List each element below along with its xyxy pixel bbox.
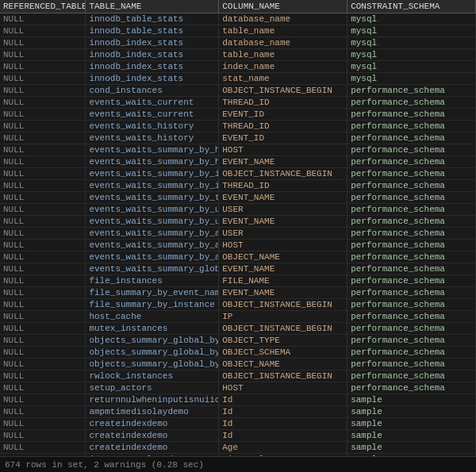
cell-ref: NULL xyxy=(0,204,86,216)
cell-schema: mysql xyxy=(347,61,476,73)
cell-schema: performance_schema xyxy=(347,359,476,370)
cell-schema: performance_schema xyxy=(347,156,476,168)
cell-table: events_waits_summary_by_account_by_event… xyxy=(86,228,219,240)
cell-table: createindexdemo xyxy=(86,430,219,442)
table-header: REFERENCED_TABLE_NAME TABLE_NAME COLUMN_… xyxy=(0,0,476,13)
cell-schema: performance_schema xyxy=(347,382,476,394)
table-row: NULLinnodb_table_statstable_namemysql xyxy=(0,25,476,37)
cell-column: Id xyxy=(219,430,347,442)
table-row: NULLcreateindexdemoIdsample xyxy=(0,418,476,430)
results-table-container[interactable]: REFERENCED_TABLE_NAME TABLE_NAME COLUMN_… xyxy=(0,0,476,456)
table-row: NULLfile_summary_by_instanceOBJECT_INSTA… xyxy=(0,299,476,311)
cell-column: HOST xyxy=(219,144,347,156)
cell-schema: performance_schema xyxy=(347,121,476,132)
cell-table: host_cache xyxy=(86,311,219,323)
cell-table: ampmtimedisolaydemo xyxy=(86,406,219,418)
cell-schema: performance_schema xyxy=(347,370,476,382)
cell-ref: NULL xyxy=(0,121,86,132)
cell-schema: performance_schema xyxy=(347,97,476,109)
table-row: NULLfile_summary_by_event_nameEVENT_NAME… xyxy=(0,287,476,299)
cell-schema: performance_schema xyxy=(347,180,476,192)
cell-ref: NULL xyxy=(0,263,86,275)
cell-schema: performance_schema xyxy=(347,204,476,216)
cell-schema: performance_schema xyxy=(347,109,476,121)
table-row: NULLevents_waits_summary_by_account_by_e… xyxy=(0,251,476,263)
cell-schema: performance_schema xyxy=(347,299,476,311)
table-row: NULLevents_waits_summary_by_instanceTHRE… xyxy=(0,180,476,192)
cell-schema: performance_schema xyxy=(347,168,476,180)
cell-table: rwlock_instances xyxy=(86,370,219,382)
cell-schema: performance_schema xyxy=(347,335,476,347)
cell-schema: performance_schema xyxy=(347,240,476,251)
cell-ref: NULL xyxy=(0,37,86,49)
cell-ref: NULL xyxy=(0,311,86,323)
cell-table: objects_summary_global_by_type xyxy=(86,335,219,347)
cell-column: HOST xyxy=(219,240,347,251)
cell-ref: NULL xyxy=(0,335,86,347)
cell-column: FILE_NAME xyxy=(219,275,347,287)
cell-ref: NULL xyxy=(0,418,86,430)
table-row: NULLobjects_summary_global_by_typeOBJECT… xyxy=(0,347,476,359)
cell-table: file_instances xyxy=(86,275,219,287)
table-row: NULLsetup_actorsHOSTperformance_schema xyxy=(0,382,476,394)
cell-table: events_waits_current xyxy=(86,97,219,109)
cell-ref: NULL xyxy=(0,13,86,25)
cell-table: events_waits_history xyxy=(86,121,219,132)
table-row: NULLcreateindexdemoIdsample xyxy=(0,430,476,442)
table-row: NULLinnodb_index_statsstat_namemysql xyxy=(0,73,476,85)
cell-schema: sample xyxy=(347,442,476,454)
cell-ref: NULL xyxy=(0,61,86,73)
cell-table: innodb_table_stats xyxy=(86,25,219,37)
cell-schema: sample xyxy=(347,394,476,406)
cell-schema: mysql xyxy=(347,25,476,37)
cell-column: index_name xyxy=(219,61,347,73)
cell-table: events_waits_summary_global_by_event_nam… xyxy=(86,263,219,275)
cell-ref: NULL xyxy=(0,49,86,61)
cell-ref: NULL xyxy=(0,382,86,394)
cell-column: EVENT_ID xyxy=(219,132,347,144)
cell-table: events_waits_history xyxy=(86,132,219,144)
cell-schema: mysql xyxy=(347,13,476,25)
table-row: NULLevents_waits_summary_by_instanceOBJE… xyxy=(0,168,476,180)
table-row: NULLevents_waits_summary_by_thread_by_ev… xyxy=(0,192,476,204)
cell-schema: performance_schema xyxy=(347,228,476,240)
cell-table: events_waits_summary_by_user_by_event_na… xyxy=(86,204,219,216)
cell-table: events_waits_summary_by_host_by_event_na… xyxy=(86,156,219,168)
cell-table: events_waits_summary_by_thread_by_event_… xyxy=(86,192,219,204)
table-row: NULLampmtimedisolaydemoIdsample xyxy=(0,406,476,418)
cell-column: OBJECT_INSTANCE_BEGIN xyxy=(219,85,347,97)
cell-table: events_waits_summary_by_instance xyxy=(86,180,219,192)
cell-column: EVENT_ID xyxy=(219,109,347,121)
cell-column: stat_name xyxy=(219,73,347,85)
cell-table: objects_summary_global_by_type xyxy=(86,347,219,359)
cell-table: innodb_index_stats xyxy=(86,37,219,49)
cell-schema: performance_schema xyxy=(347,144,476,156)
cell-column: OBJECT_INSTANCE_BEGIN xyxy=(219,370,347,382)
table-row: NULLinnodb_index_statsdatabase_namemysql xyxy=(0,37,476,49)
cell-schema: sample xyxy=(347,418,476,430)
cell-schema: performance_schema xyxy=(347,85,476,97)
cell-column: OBJECT_NAME xyxy=(219,359,347,370)
cell-schema: performance_schema xyxy=(347,287,476,299)
results-table: REFERENCED_TABLE_NAME TABLE_NAME COLUMN_… xyxy=(0,0,476,456)
cell-column: THREAD_ID xyxy=(219,180,347,192)
table-row: NULLevents_waits_summary_by_account_by_e… xyxy=(0,240,476,251)
cell-ref: NULL xyxy=(0,275,86,287)
cell-ref: NULL xyxy=(0,216,86,228)
cell-ref: NULL xyxy=(0,394,86,406)
cell-column: OBJECT_NAME xyxy=(219,251,347,263)
cell-ref: NULL xyxy=(0,228,86,240)
table-row: NULLevents_waits_summary_by_user_by_even… xyxy=(0,204,476,216)
cell-table: mutex_instances xyxy=(86,323,219,335)
cell-table: events_waits_summary_by_account_by_event… xyxy=(86,251,219,263)
cell-column: EVENT_NAME xyxy=(219,156,347,168)
table-row: NULLevents_waits_summary_by_host_by_even… xyxy=(0,156,476,168)
header-row: REFERENCED_TABLE_NAME TABLE_NAME COLUMN_… xyxy=(0,0,476,13)
cell-table: innodb_index_stats xyxy=(86,73,219,85)
header-ref: REFERENCED_TABLE_NAME xyxy=(0,0,86,13)
cell-table: createindexdemo xyxy=(86,442,219,454)
cell-column: database_name xyxy=(219,37,347,49)
table-row: NULLevents_waits_summary_by_host_by_even… xyxy=(0,144,476,156)
table-row: NULLinnodb_table_statsdatabase_namemysql xyxy=(0,13,476,25)
cell-ref: NULL xyxy=(0,25,86,37)
